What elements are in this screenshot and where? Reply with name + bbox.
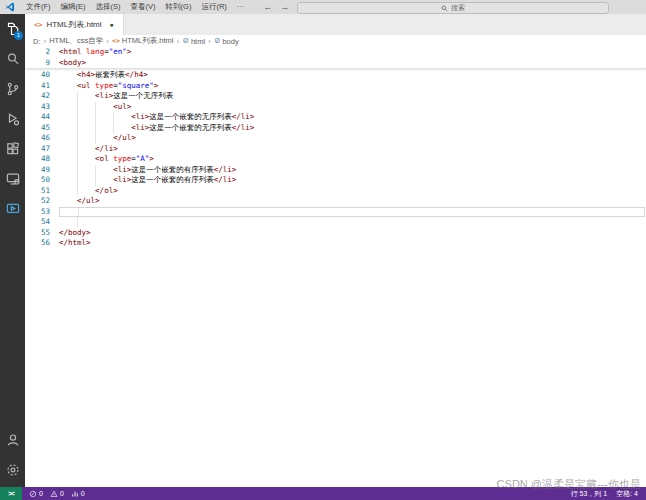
menu-bar: 文件(F)编辑(E)选择(S)查看(V)转到(G)运行(R)··· xyxy=(21,0,249,14)
line-number: 43 xyxy=(25,102,59,113)
breadcrumb-separator-icon: › xyxy=(44,37,47,46)
code-line-43: 43<ul> xyxy=(25,102,646,113)
tab-HTML列表.html[interactable]: <>HTML列表.html● xyxy=(25,14,124,35)
code-content[interactable]: <li>这是一个嵌套的无序列表</li> xyxy=(59,112,646,123)
token: 这是一个嵌套的有序列表 xyxy=(131,165,214,174)
breadcrumb-item-0[interactable]: D: xyxy=(33,37,41,46)
token: </ul> xyxy=(113,133,136,142)
modified-dot-icon: ● xyxy=(110,21,114,28)
history-nav: ← → xyxy=(263,2,289,12)
code-line-42: 42<li>这是一个无序列表 xyxy=(25,91,646,102)
activity-live-preview-icon[interactable] xyxy=(0,194,25,224)
code-content[interactable]: <ul> xyxy=(59,102,646,113)
activity-explorer-icon[interactable]: 1 xyxy=(0,14,25,44)
code-line-41: 41<ul type="square"> xyxy=(25,81,646,92)
code-content[interactable]: <body> xyxy=(59,58,646,69)
remote-indicator[interactable]: >< xyxy=(0,487,22,500)
code-content[interactable]: <li>这是一个嵌套的无序列表</li> xyxy=(59,123,646,134)
code-line-56: 56</html> xyxy=(25,238,646,249)
vscode-window: 文件(F)编辑(E)选择(S)查看(V)转到(G)运行(R)··· ← → 搜索… xyxy=(0,0,646,500)
status-right-item-1[interactable]: 空格: 4 xyxy=(616,489,638,499)
status-warning[interactable]: 0 xyxy=(50,490,64,498)
menu-item-1[interactable]: 编辑(E) xyxy=(56,0,91,14)
status-error[interactable]: 0 xyxy=(29,490,43,498)
token: type xyxy=(95,81,113,90)
code-content[interactable]: <h4>嵌套列表</h4> xyxy=(59,70,646,81)
token: type xyxy=(113,154,131,163)
breadcrumb-label: HTML列表.html xyxy=(122,36,174,46)
code-content[interactable]: </body> xyxy=(59,228,646,239)
code-line-54: 54 xyxy=(25,217,646,228)
line-number: 40 xyxy=(25,70,59,81)
code-content[interactable]: <li>这是一个嵌套的有序列表</li> xyxy=(59,165,646,176)
code-content[interactable]: </li> xyxy=(59,144,646,155)
token: </body> xyxy=(59,228,91,237)
code-content[interactable]: </ol> xyxy=(59,186,646,197)
search-placeholder: 搜索 xyxy=(451,3,465,13)
code-content[interactable]: </html> xyxy=(59,238,646,249)
token: > xyxy=(149,154,154,163)
code-line-2: 2<html lang="en"> xyxy=(25,47,646,58)
activity-run-debug-icon[interactable] xyxy=(0,104,25,134)
line-number: 44 xyxy=(25,112,59,123)
back-arrow-icon[interactable]: ← xyxy=(263,2,272,12)
activity-source-control-icon[interactable] xyxy=(0,74,25,104)
activity-settings-icon[interactable] xyxy=(0,455,25,485)
code-content[interactable]: </ul> xyxy=(59,196,646,207)
activity-extensions-icon[interactable] xyxy=(0,134,25,164)
menu-item-6[interactable]: ··· xyxy=(232,0,250,14)
code-content[interactable] xyxy=(59,217,646,228)
menu-item-2[interactable]: 选择(S) xyxy=(91,0,126,14)
activity-account-icon[interactable] xyxy=(0,425,25,455)
command-center-search[interactable]: 搜索 xyxy=(297,2,609,14)
line-number: 41 xyxy=(25,81,59,92)
indent-guide xyxy=(77,91,78,102)
token: </li> xyxy=(95,144,118,153)
token: "A" xyxy=(136,154,150,163)
symbol-icon: ⊘ xyxy=(214,37,221,45)
line-number: 48 xyxy=(25,154,59,165)
breadcrumb-separator-icon: › xyxy=(177,37,180,46)
code-editor[interactable]: 2<html lang="en">9<body> 40<h4>嵌套列表</h4>… xyxy=(25,47,646,487)
indent-guide xyxy=(77,144,78,155)
tab-title: HTML列表.html xyxy=(46,19,101,30)
status-left: 000 xyxy=(22,490,85,498)
code-line-49: 49<li>这是一个嵌套的有序列表</li> xyxy=(25,165,646,176)
line-number: 52 xyxy=(25,196,59,207)
breadcrumb-item-2[interactable]: <>HTML列表.html xyxy=(112,36,174,46)
code-content[interactable]: </ul> xyxy=(59,133,646,144)
status-right: 行 53，列 1空格: 4 xyxy=(571,489,638,499)
code-content[interactable]: <li>这是一个嵌套的有序列表</li> xyxy=(59,175,646,186)
menu-item-5[interactable]: 运行(R) xyxy=(196,0,231,14)
code-line-51: 51</ol> xyxy=(25,186,646,197)
breadcrumb-item-1[interactable]: HTML、css自学 xyxy=(49,36,103,46)
breadcrumb-item-3[interactable]: ⊘html xyxy=(182,37,205,46)
menu-item-0[interactable]: 文件(F) xyxy=(21,0,56,14)
token: <li> xyxy=(113,175,131,184)
activity-search-icon[interactable] xyxy=(0,44,25,74)
activity-remote-explorer-icon[interactable] xyxy=(0,164,25,194)
menu-item-4[interactable]: 转到(G) xyxy=(161,0,197,14)
code-content[interactable]: <ul type="square"> xyxy=(59,81,646,92)
token: </html> xyxy=(59,238,91,247)
breadcrumb-label: html xyxy=(191,37,205,46)
code-content[interactable] xyxy=(59,207,645,218)
status-ports[interactable]: 0 xyxy=(71,490,85,498)
token: lang xyxy=(86,47,104,56)
breadcrumb-item-4[interactable]: ⊘body xyxy=(214,37,239,46)
status-bar: >< 000 行 53，列 1空格: 4 xyxy=(0,487,646,500)
line-number: 56 xyxy=(25,238,59,249)
status-right-item-0[interactable]: 行 53，列 1 xyxy=(571,489,608,499)
code-content[interactable]: <html lang="en"> xyxy=(59,47,646,58)
search-icon xyxy=(441,5,448,12)
vscode-logo-icon xyxy=(5,2,15,12)
menu-item-3[interactable]: 查看(V) xyxy=(126,0,161,14)
title-bar: 文件(F)编辑(E)选择(S)查看(V)转到(G)运行(R)··· ← → 搜索 xyxy=(0,0,646,15)
html-file-icon: <> xyxy=(34,21,42,29)
forward-arrow-icon[interactable]: → xyxy=(280,2,289,12)
sticky-scroll: 2<html lang="en">9<body> xyxy=(25,47,646,69)
html-file-icon: <> xyxy=(112,37,120,45)
code-content[interactable]: <li>这是一个无序列表 xyxy=(59,91,646,102)
code-content[interactable]: <ol type="A"> xyxy=(59,154,646,165)
code-line-50: 50<li>这是一个嵌套的有序列表</li> xyxy=(25,175,646,186)
